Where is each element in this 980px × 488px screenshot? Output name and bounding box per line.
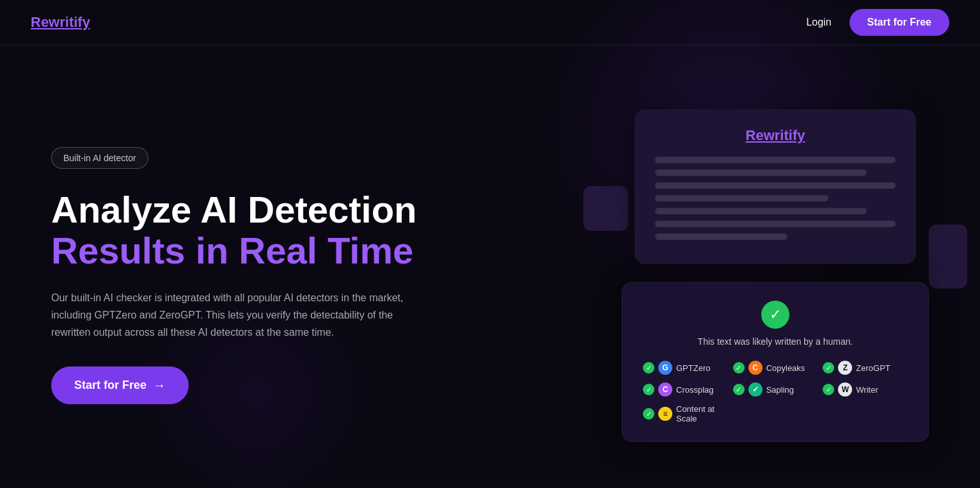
- deco-square-right: [929, 224, 967, 288]
- nav-logo[interactable]: Rewritify: [31, 14, 90, 31]
- hero-title-line2: Results in Real Time: [51, 230, 417, 271]
- detector-brand-icon: Z: [838, 361, 852, 375]
- hero-title-line1: Analyze AI Detection: [51, 189, 417, 230]
- detector-name: Copyleaks: [766, 363, 805, 373]
- detector-check-icon: ✓: [733, 384, 745, 395]
- card-top-title: Rewritify: [655, 127, 896, 144]
- detector-name: ZeroGPT: [856, 363, 890, 373]
- detector-item: ✓CCopyleaks: [733, 361, 818, 375]
- detector-check-icon: ✓: [643, 408, 654, 420]
- text-line-7: [655, 233, 787, 240]
- hero-section: Built-in AI detector Analyze AI Detectio…: [0, 45, 980, 488]
- hero-cta-label: Start for Free: [74, 379, 146, 392]
- badge: Built-in AI detector: [51, 147, 148, 169]
- result-check-icon: ✓: [761, 301, 789, 329]
- detector-item: ✓GGPTZero: [643, 361, 728, 375]
- text-line-2: [655, 169, 867, 176]
- detector-grid: ✓GGPTZero✓CCopyleaks✓ZZeroGPT✓CCrossplag…: [643, 361, 908, 423]
- detector-check-icon: ✓: [823, 362, 834, 374]
- detector-brand-icon: G: [658, 361, 672, 375]
- detector-brand-icon: C: [748, 361, 763, 375]
- text-line-6: [655, 221, 896, 227]
- nav-cta-button[interactable]: Start for Free: [850, 9, 949, 36]
- mockup-card-bottom: ✓ This text was likely written by a huma…: [622, 282, 929, 442]
- hero-mockup: Rewritify ✓ This text was likely written…: [622, 109, 929, 442]
- text-line-5: [655, 208, 867, 214]
- detector-check-icon: ✓: [643, 362, 654, 374]
- detector-brand-icon: ≡: [658, 407, 672, 421]
- result-icon-wrap: ✓: [643, 301, 908, 329]
- detector-item: ✓≡Content at Scale: [643, 404, 728, 423]
- navbar: Rewritify Login Start for Free: [0, 0, 980, 45]
- nav-login[interactable]: Login: [806, 17, 831, 28]
- text-line-1: [655, 157, 896, 163]
- detector-brand-icon: C: [658, 382, 672, 397]
- detector-item: ✓✓Sapling: [733, 382, 818, 397]
- detector-name: Crossplag: [676, 385, 714, 395]
- hero-cta-arrow: →: [153, 378, 166, 393]
- mockup-card-top: Rewritify: [635, 109, 916, 264]
- badge-label: Built-in AI detector: [63, 153, 136, 163]
- detector-name: GPTZero: [676, 363, 710, 373]
- detector-item: ✓ZZeroGPT: [823, 361, 908, 375]
- detector-check-icon: ✓: [823, 384, 834, 395]
- result-text: This text was likely written by a human.: [643, 336, 908, 347]
- hero-content-left: Built-in AI detector Analyze AI Detectio…: [51, 147, 417, 404]
- nav-right: Login Start for Free: [806, 9, 949, 36]
- text-line-4: [655, 195, 828, 201]
- detector-brand-icon: ✓: [748, 382, 763, 397]
- detector-name: Writer: [856, 385, 878, 395]
- hero-description: Our built-in AI checker is integrated wi…: [51, 289, 409, 342]
- hero-cta-button[interactable]: Start for Free →: [51, 366, 189, 404]
- detector-brand-icon: W: [838, 382, 852, 397]
- text-line-3: [655, 182, 896, 189]
- detector-check-icon: ✓: [733, 362, 745, 374]
- deco-square-left: [583, 186, 628, 231]
- detector-name: Sapling: [766, 385, 794, 395]
- detector-name: Content at Scale: [676, 404, 728, 423]
- detector-item: ✓CCrossplag: [643, 382, 728, 397]
- detector-check-icon: ✓: [643, 384, 654, 395]
- detector-item: ✓WWriter: [823, 382, 908, 397]
